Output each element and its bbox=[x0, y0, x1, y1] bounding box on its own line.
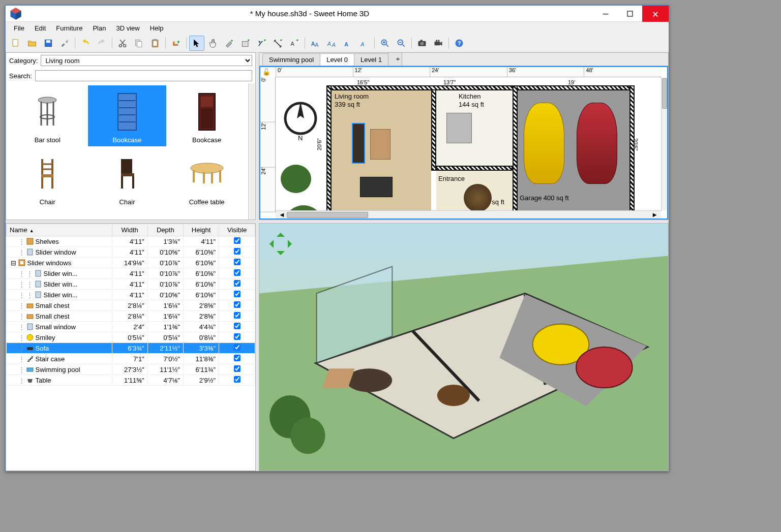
visible-checkbox[interactable] bbox=[234, 280, 241, 287]
sofa-selected[interactable] bbox=[352, 123, 365, 164]
visible-checkbox[interactable] bbox=[234, 291, 241, 297]
menu-edit[interactable]: Edit bbox=[29, 23, 51, 34]
bookcase-closed-icon bbox=[170, 88, 244, 135]
menu-file[interactable]: File bbox=[9, 23, 29, 34]
plan-vscroll[interactable] bbox=[661, 77, 667, 210]
car-red[interactable] bbox=[577, 103, 617, 184]
select-tool-icon[interactable] bbox=[189, 36, 204, 51]
catalog-item-bar-stool[interactable]: Bar stool bbox=[8, 85, 87, 146]
text-bold-icon[interactable]: AA bbox=[308, 36, 323, 51]
furniture-row[interactable]: ⋮Slider window4'11"0'10⅝"6'10⅝" bbox=[7, 247, 255, 258]
add-furniture-icon[interactable] bbox=[168, 36, 184, 51]
paste-icon[interactable] bbox=[147, 36, 163, 51]
cut-icon[interactable] bbox=[115, 36, 130, 51]
furniture-row[interactable]: ⋮⋮Slider win...4'11"0'10⅞"6'10⅝" bbox=[7, 279, 255, 290]
visible-checkbox[interactable] bbox=[234, 301, 241, 308]
visible-checkbox[interactable] bbox=[234, 355, 241, 361]
furniture-row[interactable]: ⋮Swimming pool27'3½"11'1½"6'11¾" bbox=[7, 364, 255, 375]
col-name[interactable]: Name▲ bbox=[7, 224, 112, 236]
furniture-row[interactable]: ⋮⋮Slider win...4'11"0'10⅝"6'10⅝" bbox=[7, 290, 255, 300]
create-dimensions-icon[interactable] bbox=[271, 36, 286, 51]
furniture-row[interactable]: ⋮Stair case7'1"7'0½"11'8⅜" bbox=[7, 354, 255, 364]
visible-checkbox[interactable] bbox=[234, 237, 241, 244]
open-file-icon[interactable] bbox=[24, 36, 40, 51]
visible-checkbox[interactable] bbox=[234, 333, 241, 340]
level-tab[interactable]: Swimming pool bbox=[262, 53, 320, 66]
furniture-width: 4'11" bbox=[112, 290, 147, 300]
visible-checkbox[interactable] bbox=[234, 344, 241, 351]
visible-checkbox[interactable] bbox=[234, 269, 241, 276]
rug[interactable] bbox=[370, 129, 390, 160]
visible-checkbox[interactable] bbox=[234, 259, 241, 265]
catalog-item-chair-2[interactable]: Chair bbox=[88, 147, 167, 208]
zoom-in-icon[interactable] bbox=[377, 36, 393, 51]
furniture-row[interactable]: ⋮Table1'11⅝"4'7⅛"2'9½" bbox=[7, 375, 255, 386]
help-icon[interactable]: ? bbox=[452, 36, 467, 51]
car-yellow[interactable] bbox=[524, 103, 564, 184]
3d-canvas[interactable] bbox=[259, 224, 668, 471]
create-text-icon[interactable]: A bbox=[287, 36, 302, 51]
visible-checkbox[interactable] bbox=[234, 312, 241, 319]
catalog-item-chair-1[interactable]: Chair bbox=[8, 147, 87, 208]
level-tab[interactable]: Level 0 bbox=[320, 53, 354, 66]
add-level-tab[interactable]: ＋ bbox=[388, 52, 402, 66]
text-style-a-icon[interactable]: A bbox=[340, 36, 355, 51]
col-height[interactable]: Height bbox=[183, 224, 219, 236]
furniture-row[interactable]: ⋮Shelves4'11"1'3¾"4'11" bbox=[7, 236, 255, 247]
minimize-button[interactable]: — bbox=[593, 6, 618, 22]
lock-icon[interactable]: 🔓 bbox=[262, 68, 271, 76]
create-rooms-icon[interactable] bbox=[238, 36, 253, 51]
text-italic-icon[interactable]: AA bbox=[324, 36, 339, 51]
col-depth[interactable]: Depth bbox=[147, 224, 183, 236]
visible-checkbox[interactable] bbox=[234, 365, 241, 372]
video-icon[interactable] bbox=[431, 36, 446, 51]
plan-canvas[interactable]: N 16'5" 13'7" 19' 20'6" 20'6" bbox=[276, 77, 661, 210]
new-file-icon[interactable] bbox=[8, 36, 23, 51]
furniture-row[interactable]: ⋮Smiley0'5¼"0'5¼"0'8¼" bbox=[7, 332, 255, 343]
furniture-row[interactable]: ⋮Sofa6'3¾"2'11½"3'3⅜" bbox=[7, 343, 255, 354]
create-walls-icon[interactable] bbox=[222, 36, 237, 51]
spiral-stairs[interactable] bbox=[464, 184, 492, 210]
save-file-icon[interactable] bbox=[41, 36, 56, 51]
col-width[interactable]: Width bbox=[112, 224, 147, 236]
create-polylines-icon[interactable] bbox=[254, 36, 269, 51]
text-style-b-icon[interactable]: A bbox=[356, 36, 372, 51]
visible-checkbox[interactable] bbox=[234, 323, 241, 329]
undo-icon[interactable] bbox=[78, 36, 93, 51]
copy-icon[interactable] bbox=[131, 36, 146, 51]
furniture-row[interactable]: ⋮Small chest2'8¼"1'6¼"2'8⅝" bbox=[7, 311, 255, 322]
furniture-row[interactable]: ⋮Small chest2'8¼"1'6¼"2'8⅝" bbox=[7, 300, 255, 311]
level-tab[interactable]: Level 1 bbox=[354, 53, 388, 66]
visible-checkbox[interactable] bbox=[234, 248, 241, 255]
menu-3dview[interactable]: 3D view bbox=[111, 23, 144, 34]
category-select[interactable]: Living room bbox=[41, 55, 252, 66]
catalog-item-coffee-table[interactable]: Coffee table bbox=[167, 147, 246, 208]
maximize-button[interactable] bbox=[618, 6, 642, 22]
furniture-row[interactable]: ⊟Slider windows14'9⅛"0'10⅞"6'10⅝" bbox=[7, 258, 255, 268]
chest-icon bbox=[26, 302, 34, 309]
close-button[interactable]: ✕ bbox=[642, 6, 669, 22]
menu-help[interactable]: Help bbox=[145, 23, 169, 34]
dining-table[interactable] bbox=[360, 177, 393, 197]
catalog-item-bookcase-open[interactable]: Bookcase bbox=[88, 85, 167, 146]
col-visible[interactable]: Visible bbox=[219, 224, 255, 236]
photo-icon[interactable] bbox=[414, 36, 430, 51]
search-input[interactable] bbox=[35, 70, 252, 81]
catalog-item-bookcase-closed[interactable]: Bookcase bbox=[167, 85, 246, 146]
visible-checkbox[interactable] bbox=[234, 376, 241, 383]
menu-furniture[interactable]: Furniture bbox=[51, 23, 87, 34]
preferences-icon[interactable] bbox=[57, 36, 72, 51]
kitchen-counter[interactable] bbox=[446, 113, 472, 143]
furniture-row[interactable]: ⋮⋮Slider win...4'11"0'10⅞"6'10⅝" bbox=[7, 268, 255, 279]
zoom-out-icon[interactable] bbox=[394, 36, 409, 51]
furniture-row[interactable]: ⋮Small window2'4"1'1⅜"4'4¾" bbox=[7, 322, 255, 332]
catalog-scrollbar[interactable] bbox=[248, 83, 255, 220]
redo-icon[interactable] bbox=[94, 36, 109, 51]
plan-hscroll[interactable]: ◄► bbox=[276, 210, 661, 218]
menu-plan[interactable]: Plan bbox=[87, 23, 111, 34]
expand-toggle[interactable]: ⊟ bbox=[11, 259, 16, 267]
3d-view-panel[interactable] bbox=[259, 223, 669, 471]
pan-tool-icon[interactable] bbox=[205, 36, 221, 51]
3d-nav-arrows[interactable] bbox=[265, 229, 296, 259]
svg-rect-30 bbox=[420, 40, 423, 41]
